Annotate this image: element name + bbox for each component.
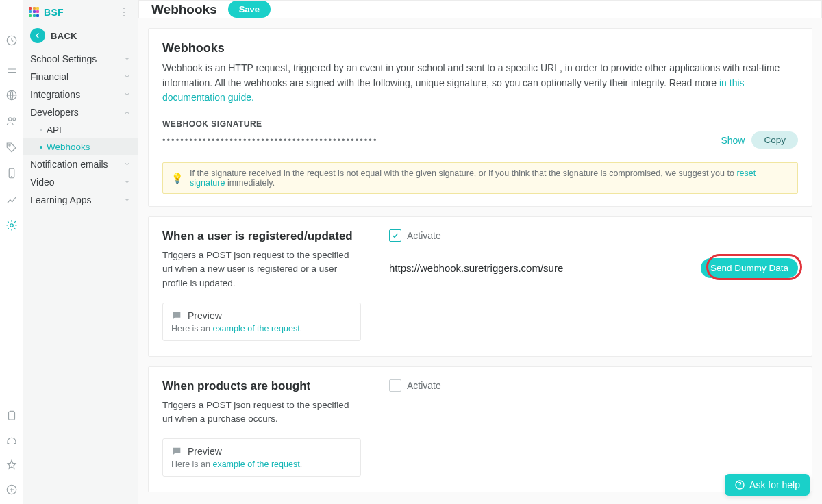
nav-item-integrations[interactable]: Integrations	[23, 86, 138, 103]
webhooks-intro-card: Webhooks Webhook is an HTTP request, tri…	[148, 28, 812, 207]
nav-subitem-api[interactable]: API	[23, 121, 138, 138]
activate-label: Activate	[407, 230, 441, 241]
signature-warning: 💡 If the signature received in the reque…	[162, 162, 798, 194]
preview-box: Preview Here is an example of the reques…	[162, 303, 361, 341]
tag-icon[interactable]	[4, 140, 19, 155]
star-icon[interactable]	[4, 457, 19, 473]
hook-title: When products are bought	[162, 379, 361, 393]
nav-item-video[interactable]: Video	[23, 173, 138, 191]
help-icon	[734, 479, 745, 490]
intro-heading: Webhooks	[162, 41, 798, 55]
activate-checkbox[interactable]	[389, 379, 401, 392]
hook-desc: Triggers a POST json request to the spec…	[162, 399, 361, 427]
chevron-down-icon	[123, 107, 131, 118]
back-label: BACK	[51, 31, 77, 41]
side-nav: BSF ⋮ BACK School SettingsFinancialInteg…	[23, 0, 138, 504]
chat-icon	[171, 310, 182, 321]
org-name: BSF	[44, 7, 64, 18]
preview-label: Preview	[188, 446, 222, 457]
preview-label: Preview	[188, 310, 222, 321]
page-header: Webhooks Save	[138, 0, 822, 18]
svg-point-2	[8, 118, 12, 121]
ask-for-help-button[interactable]: Ask for help	[725, 474, 810, 496]
intro-body: Webhook is an HTTP request, triggered by…	[162, 61, 798, 105]
mobile-icon[interactable]	[4, 166, 19, 181]
signature-masked: ••••••••••••••••••••••••••••••••••••••••…	[162, 135, 377, 145]
nav-item-learning-apps[interactable]: Learning Apps	[23, 191, 138, 209]
save-button[interactable]: Save	[228, 1, 271, 18]
add-icon[interactable]	[4, 482, 19, 497]
preview-example-link[interactable]: example of the request	[212, 459, 299, 469]
dashboard-icon[interactable]	[4, 33, 19, 48]
icon-rail	[0, 0, 23, 504]
chevron-down-icon	[123, 159, 131, 170]
svg-point-4	[8, 144, 10, 146]
reports-icon[interactable]	[4, 192, 19, 207]
org-switcher[interactable]: BSF	[29, 7, 64, 18]
hook-title: When a user is registered/updated	[162, 229, 361, 243]
chevron-down-icon	[123, 89, 131, 100]
svg-point-3	[12, 118, 15, 121]
preview-sub: Here is an example of the request.	[171, 324, 352, 333]
webhook-url-input[interactable]	[389, 260, 697, 277]
main-content: Webhooks Save Webhooks Webhook is an HTT…	[138, 0, 822, 504]
send-dummy-data-button[interactable]: Send Dummy Data	[701, 258, 798, 278]
nav-item-school-settings[interactable]: School Settings	[23, 50, 138, 68]
webhook-card: When products are bought Triggers a POST…	[148, 366, 812, 493]
activate-checkbox[interactable]	[389, 229, 401, 242]
hook-desc: Triggers a POST json request to the spec…	[162, 249, 361, 290]
chevron-down-icon	[123, 71, 131, 82]
nav-item-financial[interactable]: Financial	[23, 68, 138, 86]
menu-icon[interactable]	[4, 62, 19, 77]
org-menu-button[interactable]: ⋮	[116, 5, 132, 18]
preview-example-link[interactable]: example of the request	[212, 324, 299, 333]
signature-label: WEBHOOK SIGNATURE	[162, 119, 798, 129]
signature-show-button[interactable]: Show	[721, 135, 745, 146]
back-button[interactable]	[30, 28, 45, 43]
signature-copy-button[interactable]: Copy	[751, 131, 798, 149]
svg-rect-7	[8, 412, 14, 420]
chevron-down-icon	[123, 53, 131, 64]
chevron-down-icon	[123, 194, 131, 205]
activate-label: Activate	[407, 380, 441, 391]
preview-sub: Here is an example of the request.	[171, 459, 352, 469]
users-icon[interactable]	[4, 114, 19, 129]
globe-icon[interactable]	[4, 88, 19, 103]
bulb-icon: 💡	[171, 173, 183, 184]
preview-box: Preview Here is an example of the reques…	[162, 438, 361, 477]
nav-item-notification-emails[interactable]: Notification emails	[23, 155, 138, 173]
svg-point-6	[10, 224, 13, 227]
support-icon[interactable]	[4, 433, 19, 448]
org-logo-icon	[29, 7, 40, 18]
nav-item-developers[interactable]: Developers	[23, 103, 138, 121]
chevron-down-icon	[123, 177, 131, 188]
clipboard-icon[interactable]	[4, 408, 19, 423]
settings-icon[interactable]	[4, 218, 19, 233]
webhook-card: When a user is registered/updated Trigge…	[148, 216, 812, 357]
chat-icon	[171, 446, 182, 457]
nav-subitem-webhooks[interactable]: Webhooks	[23, 138, 138, 155]
page-title: Webhooks	[151, 2, 217, 17]
